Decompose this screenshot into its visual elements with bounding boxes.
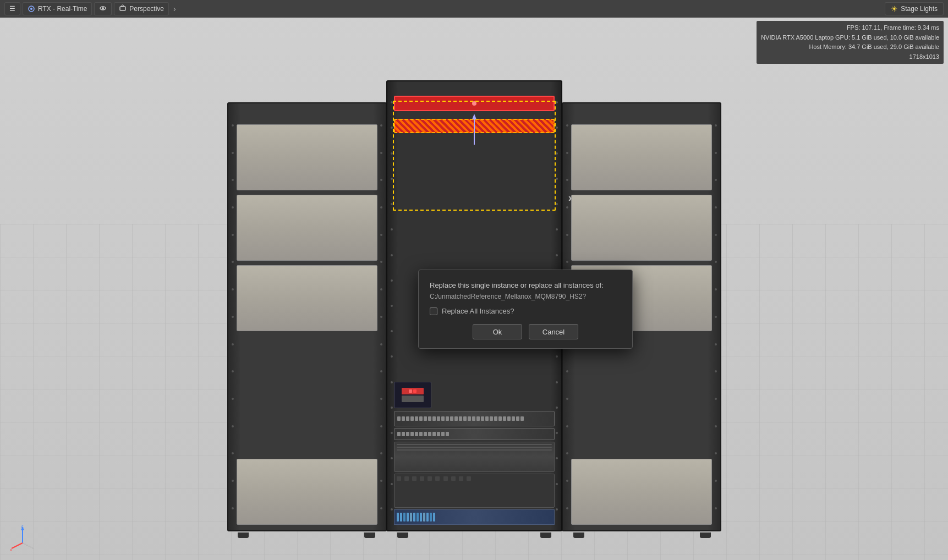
dialog-ok-button[interactable]: Ok [473,324,522,339]
selected-rack-unit-bottom [394,119,555,133]
replace-all-label: Replace All Instances? [442,307,514,315]
replace-dialog: Replace this single instance or replace … [418,270,633,349]
performance-overlay: FPS: 107.11, Frame time: 9.34 ms NVIDIA … [757,21,944,64]
right-rack-unit-1 [571,124,712,190]
center-rack-bottom-equipment [394,382,555,525]
perspective-button[interactable]: Perspective [114,2,169,15]
right-rack-dots-right [715,112,717,522]
svg-point-1 [30,8,32,10]
hamburger-icon: ☰ [9,5,15,13]
svg-marker-5 [121,5,124,7]
svg-line-9 [12,543,23,548]
dialog-button-group: Ok Cancel [430,324,621,339]
eye-button[interactable] [94,2,112,15]
left-rack-group [227,102,386,538]
eye-icon [99,4,107,14]
center-rack-dots-left [391,90,393,522]
selected-rack-unit-top [394,96,555,111]
rtx-mode-button[interactable]: RTX - Real-Time [23,2,92,15]
stage-lights-label: Stage Lights [901,5,938,13]
left-rack-unit-1 [237,124,377,190]
host-memory-display: Host Memory: 34.7 GiB used, 29.0 GiB ava… [761,42,939,52]
left-rack-unit-4 [237,459,377,525]
svg-line-11 [23,543,34,548]
left-rack-unit-2 [237,195,377,261]
network-switch-2 [394,428,555,440]
svg-point-3 [102,7,104,9]
camera-icon [119,4,127,14]
svg-rect-4 [120,7,125,10]
left-rack-feet [227,532,386,538]
network-switch-1 [394,411,555,426]
dialog-title-line1: Replace this single instance or replace … [430,281,604,289]
hamburger-menu-button[interactable]: ☰ [4,2,20,15]
left-rack [227,102,387,531]
stage-lights-button[interactable]: ☀ Stage Lights [885,2,944,15]
toolbar-chevron: › [171,4,178,13]
perspective-label: Perspective [129,5,164,13]
svg-text:Z: Z [21,524,24,529]
replace-all-row: Replace All Instances? [430,307,621,315]
right-rack-unit-4 [571,459,712,525]
toolbar: ☰ RTX - Real-Time Perspective › ☀ Stage … [0,0,948,18]
rtx-label: RTX - Real-Time [38,5,87,13]
axis-indicator: Z x [9,524,36,551]
dialog-path: C:/unmatchedReference_Mellanox_MQM8790_H… [430,293,586,300]
indicator-panel [394,382,555,408]
rack-dots-right [380,112,382,522]
fps-display: FPS: 107.11, Frame time: 9.34 ms [761,23,939,33]
rack-dots-left [232,112,234,522]
cable-tray [394,509,555,525]
sun-icon: ☀ [891,4,898,13]
server-2u [394,442,555,472]
dialog-cancel-button[interactable]: Cancel [529,324,578,339]
dialog-message: Replace this single instance or replace … [430,280,621,301]
right-rack-unit-2 [571,195,712,261]
rack-expand-chevron[interactable]: › [568,191,572,204]
perforated-server [394,474,555,508]
gpu-memory-display: NVIDIA RTX A5000 Laptop GPU: 5.1 GiB use… [761,33,939,43]
replace-all-checkbox[interactable] [430,308,437,315]
left-rack-unit-3 [237,265,377,331]
center-rack-feet [386,532,562,538]
svg-text:x: x [10,547,12,551]
right-rack-feet [562,532,722,538]
rtx-icon [28,5,35,13]
resolution-display: 1718x1013 [761,52,939,62]
